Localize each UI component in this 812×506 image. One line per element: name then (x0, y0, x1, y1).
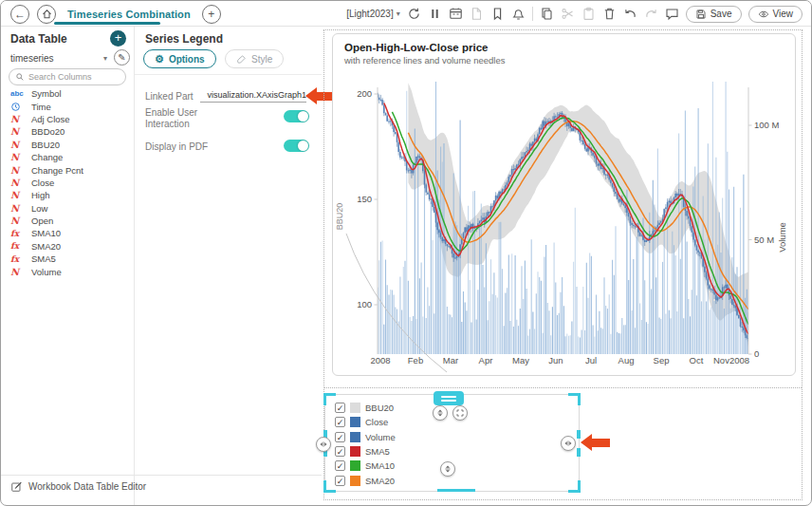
column-item[interactable]: NBBDo20 (1, 125, 133, 138)
series-legend-items: ✓BBU20✓Close✓Volume✓SMA5✓SMA10✓SMA20 (335, 401, 396, 488)
legend-item-checkbox[interactable]: ✓ (335, 432, 345, 442)
add-data-table-button[interactable]: + (110, 30, 126, 47)
workbook-tab[interactable]: Timeseries Combination (64, 9, 194, 20)
edit-table-button[interactable]: ✎ (114, 49, 130, 66)
search-input[interactable] (28, 72, 120, 82)
column-item[interactable]: NChange (1, 151, 133, 163)
annotation-arrow-legend-handle (581, 434, 610, 451)
comment-icon[interactable] (665, 7, 679, 21)
workbook-data-table-editor-link[interactable]: Workbook Data Table Editor (10, 480, 146, 493)
table-name-dropdown[interactable]: timeseries (10, 53, 54, 64)
undo-icon[interactable] (623, 7, 637, 21)
tab-style[interactable]: Style (225, 49, 284, 68)
legend-item-swatch (350, 432, 360, 442)
legend-item-swatch (350, 446, 360, 457)
delete-icon[interactable] (602, 7, 617, 21)
legend-item-swatch (350, 403, 360, 413)
selection-corner-top-left[interactable] (323, 393, 336, 405)
theme-selector[interactable]: [Light2023] ▾ (346, 9, 400, 19)
add-sheet-button[interactable]: + (202, 5, 221, 24)
column-item[interactable]: fxSMA20 (1, 240, 133, 253)
resize-right-handle[interactable] (561, 436, 576, 451)
legend-item-swatch (350, 460, 360, 471)
svg-text:2008: 2008 (370, 355, 390, 365)
series-legend-part[interactable]: ✓BBU20✓Close✓Volume✓SMA5✓SMA10✓SMA20 (324, 394, 580, 492)
numeric-column-icon: N (10, 178, 27, 188)
enable-user-interaction-toggle[interactable] (284, 110, 309, 122)
home-button[interactable] (37, 5, 56, 24)
bookmark-icon[interactable] (490, 7, 505, 21)
column-item[interactable]: NChange Pcnt (1, 163, 133, 176)
legend-item-checkbox[interactable]: ✓ (335, 417, 345, 427)
column-search (9, 68, 126, 85)
display-in-pdf-toggle[interactable] (284, 140, 309, 152)
legend-item-label: Volume (365, 432, 396, 442)
resize-left-handle[interactable] (316, 437, 331, 452)
pencil-icon: ✎ (118, 52, 125, 63)
enable-user-interaction-label: Enable User Interaction (145, 107, 227, 130)
export-pdf-icon (470, 7, 484, 21)
resize-bottom-handle[interactable] (440, 461, 455, 477)
legend-item: ✓BBU20 (335, 401, 396, 415)
notifications-icon[interactable] (511, 7, 526, 21)
save-button[interactable]: Save (686, 6, 742, 23)
numeric-column-icon: N (10, 165, 27, 176)
paste-icon (581, 7, 596, 21)
part-drag-handle[interactable] (434, 391, 464, 405)
column-label: High (31, 190, 50, 200)
refresh-icon[interactable] (407, 7, 421, 21)
ohlc-chart-part[interactable]: Open-High-Low-Close price with reference… (332, 33, 796, 376)
column-item[interactable]: NLow (1, 202, 133, 215)
column-label: Volume (31, 267, 62, 277)
legend-item-checkbox[interactable]: ✓ (335, 460, 345, 471)
expand-handle[interactable] (452, 405, 468, 421)
numeric-column-icon: N (10, 190, 27, 200)
svg-text:BBU20: BBU20 (335, 203, 344, 231)
pause-icon[interactable] (428, 7, 442, 21)
chart-subtitle: with reference lines and volume needles (344, 55, 506, 66)
legend-item-checkbox[interactable]: ✓ (335, 476, 345, 486)
panel-divider (135, 74, 322, 75)
legend-item-swatch (350, 417, 360, 427)
resize-vertical-handle[interactable] (433, 405, 448, 421)
schedule-icon[interactable] (449, 7, 463, 21)
column-label: Adj Close (31, 114, 70, 124)
theme-label: [Light2023] (346, 9, 394, 19)
legend-item-checkbox[interactable]: ✓ (335, 403, 345, 413)
column-item[interactable]: NBBU20 (1, 139, 133, 151)
column-item[interactable]: abcSymbol (1, 87, 133, 100)
selection-corner-top-right[interactable] (568, 393, 581, 405)
column-item[interactable]: NAdj Close (1, 113, 133, 125)
svg-text:200: 200 (357, 88, 372, 99)
tab-options[interactable]: ⚙ Options (143, 49, 216, 68)
legend-item-checkbox[interactable]: ✓ (335, 446, 345, 457)
column-item[interactable]: NOpen (1, 215, 133, 227)
svg-text:Aug: Aug (618, 355, 635, 365)
chart-title: Open-High-Low-Close price (344, 42, 488, 53)
linked-part-input[interactable] (200, 87, 306, 103)
copy-icon[interactable] (540, 7, 554, 21)
legend-item-label: SMA5 (365, 446, 390, 457)
legend-item-swatch (350, 476, 360, 486)
column-item[interactable]: fxSMA5 (1, 253, 133, 265)
selection-corner-bottom-right[interactable] (568, 480, 581, 493)
table-chevron-down-icon[interactable]: ▾ (103, 54, 107, 63)
column-item[interactable]: fxSMA10 (1, 227, 133, 239)
column-label: SMA10 (31, 228, 61, 238)
svg-text:100 M: 100 M (754, 120, 779, 130)
column-item[interactable]: NVolume (1, 265, 133, 277)
column-label: Close (31, 178, 54, 188)
svg-text:Apr: Apr (479, 355, 493, 365)
svg-text:0: 0 (754, 348, 759, 359)
edit-box-icon (10, 480, 23, 493)
back-button[interactable]: ← (10, 5, 29, 24)
selection-corner-bottom-left[interactable] (323, 480, 336, 493)
column-item[interactable]: NHigh (1, 189, 133, 201)
column-label: Change (31, 152, 63, 162)
split-vertical-icon (442, 463, 453, 475)
chevron-down-icon: ▾ (397, 9, 400, 18)
view-button[interactable]: View (748, 6, 803, 23)
column-item[interactable]: NClose (1, 177, 133, 189)
column-item[interactable]: Time (1, 100, 133, 112)
panel-title: Series Legend (145, 32, 223, 46)
